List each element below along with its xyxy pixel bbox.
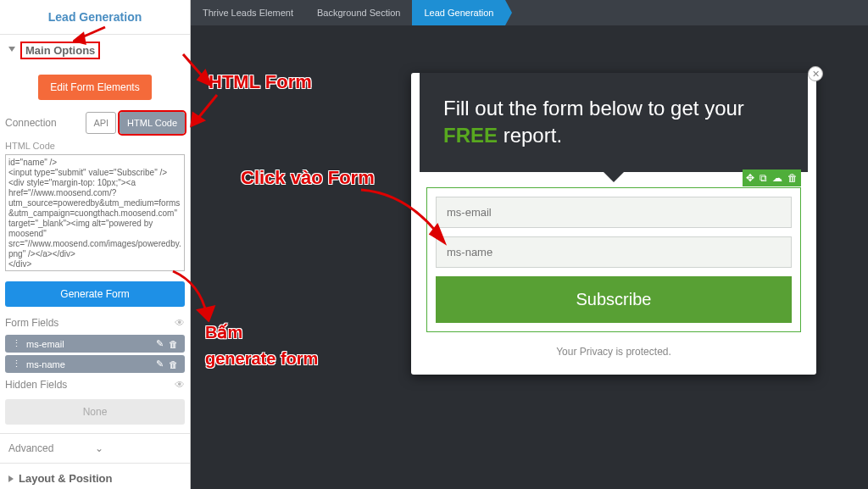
email-input[interactable] xyxy=(436,197,792,228)
section-main-options: Main Options Edit Form Elements Connecti… xyxy=(0,34,190,463)
html-code-textarea[interactable] xyxy=(5,154,185,271)
optin-card[interactable]: ✕ Fill out the form below to get your FR… xyxy=(411,73,816,375)
trash-icon[interactable]: 🗑 xyxy=(169,359,178,370)
form-fields-header: Form Fields 👁 xyxy=(0,314,190,332)
canvas: ✕ Fill out the form below to get your FR… xyxy=(191,25,868,489)
chevron-down-icon xyxy=(8,47,15,55)
name-input[interactable] xyxy=(436,236,792,268)
hidden-fields-label: Hidden Fields xyxy=(5,379,175,391)
breadcrumb-item-active[interactable]: Lead Generation xyxy=(412,0,505,25)
duplicate-icon[interactable]: ⧉ xyxy=(760,172,767,184)
privacy-text: Your Privacy is protected. xyxy=(411,346,816,358)
html-code-button[interactable]: HTML Code xyxy=(120,112,185,134)
field-name: ms-name xyxy=(26,359,151,370)
pencil-icon[interactable]: ✎ xyxy=(156,358,164,370)
main-options-header[interactable]: Main Options xyxy=(0,35,190,66)
generate-form-button[interactable]: Generate Form xyxy=(5,281,185,307)
field-pill-name[interactable]: ⋮ ms-name ✎ 🗑 xyxy=(5,355,185,373)
trash-icon[interactable]: 🗑 xyxy=(787,172,798,184)
connection-label: Connection xyxy=(5,117,82,129)
headline-text: Fill out the form below to get your xyxy=(443,97,744,119)
api-button[interactable]: API xyxy=(86,112,116,134)
breadcrumb-item[interactable]: Thrive Leads Element xyxy=(191,0,305,25)
element-toolbar: ✥ ⧉ ☁ 🗑 xyxy=(743,169,801,186)
chevron-down-icon: ⌄ xyxy=(95,442,181,454)
eye-icon[interactable]: 👁 xyxy=(175,379,185,391)
advanced-label: Advanced xyxy=(8,442,95,454)
layout-position-row[interactable]: Layout & Position xyxy=(0,463,190,489)
sidebar: Lead Generation Main Options Edit Form E… xyxy=(0,0,191,489)
move-icon[interactable]: ✥ xyxy=(746,172,754,184)
headline-text: report. xyxy=(498,124,562,147)
close-icon[interactable]: ✕ xyxy=(808,66,823,81)
hidden-fields-header: Hidden Fields 👁 xyxy=(0,375,190,394)
breadcrumb-bar: Thrive Leads Element Background Section … xyxy=(191,0,868,25)
subscribe-button[interactable]: Subscribe xyxy=(436,276,792,323)
trash-icon[interactable]: 🗑 xyxy=(169,339,178,349)
layout-position-label: Layout & Position xyxy=(19,472,113,485)
sidebar-title: Lead Generation xyxy=(0,0,190,34)
advanced-row[interactable]: Advanced ⌄ xyxy=(0,433,190,463)
card-headline[interactable]: Fill out the form below to get your FREE… xyxy=(420,73,808,172)
connection-row: Connection API HTML Code xyxy=(0,108,190,137)
eye-icon[interactable]: 👁 xyxy=(175,317,185,329)
grip-icon: ⋮ xyxy=(12,358,21,370)
save-icon[interactable]: ☁ xyxy=(772,172,782,184)
chevron-right-icon xyxy=(8,475,14,482)
main-options-label: Main Options xyxy=(20,42,100,59)
form-fields-label: Form Fields xyxy=(5,317,175,329)
headline-free: FREE xyxy=(443,124,498,147)
form-wrapper[interactable]: ✥ ⧉ ☁ 🗑 Subscribe xyxy=(426,187,801,332)
pencil-icon[interactable]: ✎ xyxy=(156,338,164,349)
field-pill-email[interactable]: ⋮ ms-email ✎ 🗑 xyxy=(5,335,185,353)
field-name: ms-email xyxy=(26,339,151,349)
html-code-label: HTML Code xyxy=(0,137,190,154)
breadcrumb-item[interactable]: Background Section xyxy=(305,0,412,25)
hidden-fields-none[interactable]: None xyxy=(5,399,185,425)
edit-form-elements-button[interactable]: Edit Form Elements xyxy=(38,75,151,100)
grip-icon: ⋮ xyxy=(12,338,21,349)
